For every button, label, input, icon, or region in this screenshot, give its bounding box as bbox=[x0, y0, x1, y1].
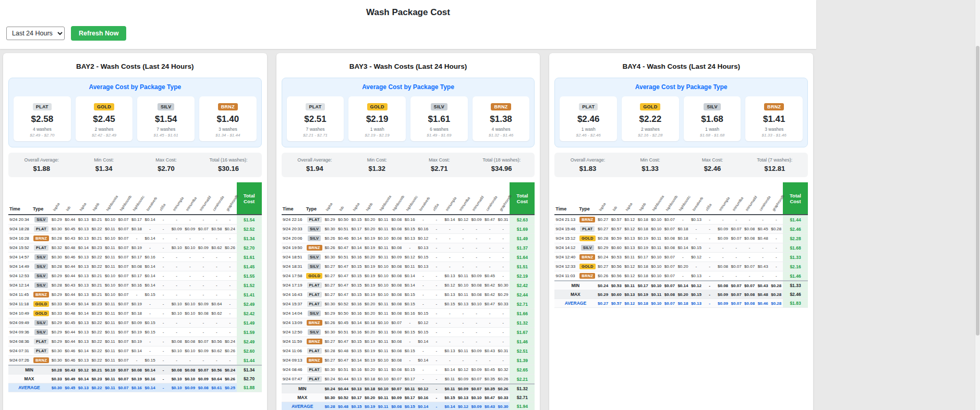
chem-cost-cell: $0.56 bbox=[210, 337, 224, 346]
refresh-button[interactable]: Refresh Now bbox=[71, 26, 126, 41]
wash-type-badge: SILV bbox=[308, 264, 321, 269]
time-range-select[interactable]: Last 24 Hours bbox=[6, 27, 65, 40]
stat-label: Min Cost: bbox=[346, 157, 408, 163]
wash-row: 9/24 13:09BRNZ$0.26$0.45$0.14$0.18$0.10$… bbox=[282, 318, 535, 328]
wash-time: 9/24 15:37 bbox=[282, 300, 306, 309]
chem-cost-cell: $0.27 bbox=[323, 356, 337, 365]
package-type-badge: SILV bbox=[704, 103, 721, 110]
total-cost-cell: $1.46 bbox=[510, 337, 535, 346]
summary-label: MAX bbox=[8, 375, 50, 383]
chem-cost-cell: - bbox=[430, 281, 443, 290]
wash-type-cell: PLAT bbox=[306, 281, 323, 290]
chem-cost-cell: $0.13 bbox=[77, 356, 90, 366]
chem-cost-cell: $0.24 bbox=[596, 253, 610, 262]
chem-cost-cell: $0.28 bbox=[50, 234, 64, 243]
chem-cost-cell: - bbox=[223, 290, 237, 300]
wash-type-badge: GOLD bbox=[579, 235, 596, 241]
wash-type-cell: SILV bbox=[306, 253, 323, 262]
wash-type-badge: PLAT bbox=[307, 301, 322, 307]
chem-cost-cell: $0.07 bbox=[117, 346, 130, 356]
chem-column-label: x55a bbox=[705, 203, 712, 212]
total-cost-cell: $2.60 bbox=[237, 346, 262, 356]
stat-value: $2.71 bbox=[408, 165, 470, 172]
total-cost-cell: $1.67 bbox=[510, 328, 535, 337]
chem-cost-cell: $0.45 bbox=[64, 225, 77, 234]
chem-cost-cell: $0.08 bbox=[390, 346, 403, 356]
chem-cost-cell: $0.47 bbox=[483, 393, 497, 402]
package-price-range: $2.19 - $2.19 bbox=[350, 133, 404, 138]
wash-row: 9/24 08:36PLAT$0.29$0.44$0.13$0.22$0.11$… bbox=[8, 337, 262, 346]
chem-column-header: x55a bbox=[430, 182, 443, 215]
total-cost-cell: $1.46 bbox=[783, 271, 808, 281]
chem-cost-cell: $0.07 bbox=[663, 299, 676, 308]
chem-cost-cell: $0.45 bbox=[64, 383, 77, 392]
wash-time: 9/24 08:36 bbox=[8, 337, 32, 346]
chem-cost-cell: $0.14 bbox=[443, 215, 457, 225]
wash-table-scroll-area[interactable]: TimeTypelophalobhiphahiphbhiphboostahiph… bbox=[554, 182, 808, 308]
chem-cost-cell: $0.45 bbox=[483, 271, 497, 281]
chem-cost-cell: $0.45 bbox=[483, 365, 497, 375]
chem-column-header: tritriumpla bbox=[443, 182, 457, 215]
chem-cost-cell: - bbox=[430, 215, 443, 225]
wash-table-scroll-area[interactable]: TimeTypelophalobhiphahiphbhiphboostahiph… bbox=[8, 182, 262, 392]
wash-time: 9/24 09:36 bbox=[8, 328, 32, 337]
wash-time: 9/24 07:47 bbox=[282, 375, 306, 384]
chem-cost-cell: - bbox=[676, 253, 690, 262]
wash-time: 9/24 14:04 bbox=[282, 309, 306, 318]
package-price-range: $1.34 - $1.44 bbox=[201, 133, 255, 138]
chem-cost-cell: $0.14 bbox=[143, 271, 157, 281]
chem-cost-cell: $0.08 bbox=[390, 328, 403, 337]
chem-cost-cell: - bbox=[170, 356, 184, 366]
chem-column-header: lopha bbox=[596, 182, 610, 215]
chem-cost-cell: - bbox=[417, 346, 430, 356]
chem-cost-cell: $0.07 bbox=[730, 290, 743, 299]
chem-cost-cell: - bbox=[456, 225, 470, 234]
chem-cost-cell: $0.08 bbox=[470, 281, 483, 290]
chem-cost-cell: $0.15 bbox=[143, 328, 157, 337]
wash-type-cell: BRNZ bbox=[306, 318, 323, 328]
wash-row: 9/24 16:43PLAT$0.27$0.47$0.15$0.19$0.10$… bbox=[282, 290, 535, 300]
chem-column-header: ceralronda bbox=[210, 182, 224, 215]
chem-cost-cell: $0.28 bbox=[769, 290, 783, 299]
stat-label: Min Cost: bbox=[72, 157, 135, 163]
chem-cost-cell: $0.30 bbox=[323, 225, 337, 234]
chem-cost-cell: - bbox=[197, 215, 210, 225]
chem-cost-cell: $0.57 bbox=[610, 299, 623, 308]
chem-cost-cell: - bbox=[703, 271, 717, 281]
chem-cost-cell: $0.48 bbox=[64, 309, 77, 318]
wash-time: 9/24 11:45 bbox=[8, 290, 32, 300]
chem-cost-cell: $0.08 bbox=[197, 383, 210, 392]
chem-cost-cell: $0.09 bbox=[716, 234, 730, 243]
chem-cost-cell: $0.28 bbox=[769, 299, 783, 308]
summary-row-average: AVERAGE$0.27$0.57$0.12$0.18$0.10$0.07$0.… bbox=[554, 299, 808, 308]
page-scrollbar-thumb[interactable] bbox=[976, 46, 979, 336]
chem-cost-cell: $0.08 bbox=[390, 300, 403, 309]
chem-cost-cell: $0.20 bbox=[363, 365, 377, 375]
chem-cost-cell: - bbox=[156, 309, 170, 318]
wash-row: 9/24 19:50BRNZ$0.26$0.47$0.14$0.19$0.11$… bbox=[282, 243, 535, 253]
page-scrollbar[interactable] bbox=[975, 0, 980, 410]
chem-cost-cell: $0.15 bbox=[143, 290, 157, 300]
wash-type-cell: PLAT bbox=[32, 225, 50, 234]
chem-cost-cell: $0.27 bbox=[323, 290, 337, 300]
chem-cost-cell: $0.30 bbox=[323, 253, 337, 262]
chem-cost-cell: - bbox=[676, 271, 690, 281]
wash-table-scroll-area[interactable]: TimeTypelophalobhiphahiphbhiphboostahiph… bbox=[282, 182, 535, 410]
chem-column-header: hiphboostc bbox=[676, 182, 690, 215]
chem-cost-cell: $0.18 bbox=[636, 215, 650, 225]
chem-cost-cell: $0.29 bbox=[50, 337, 64, 346]
chem-cost-cell: $0.15 bbox=[443, 300, 457, 309]
wash-type-badge: SILV bbox=[308, 235, 321, 241]
chem-cost-cell: $0.20 bbox=[363, 215, 377, 225]
total-cost-cell: $2.70 bbox=[237, 243, 262, 253]
chem-cost-cell: $0.12 bbox=[623, 271, 636, 281]
chem-cost-cell: - bbox=[403, 356, 417, 365]
stat-item: Max Cost: $2.46 bbox=[681, 157, 743, 172]
wash-type-cell: SILV bbox=[32, 318, 50, 328]
chem-cost-cell: $0.23 bbox=[90, 300, 104, 309]
chem-cost-cell: $0.10 bbox=[183, 375, 197, 383]
chem-column-header: tritriumadd bbox=[743, 182, 756, 215]
chem-cost-cell: $0.11 bbox=[103, 300, 117, 309]
chem-cost-cell: - bbox=[456, 253, 470, 262]
chem-cost-cell: - bbox=[156, 356, 170, 366]
